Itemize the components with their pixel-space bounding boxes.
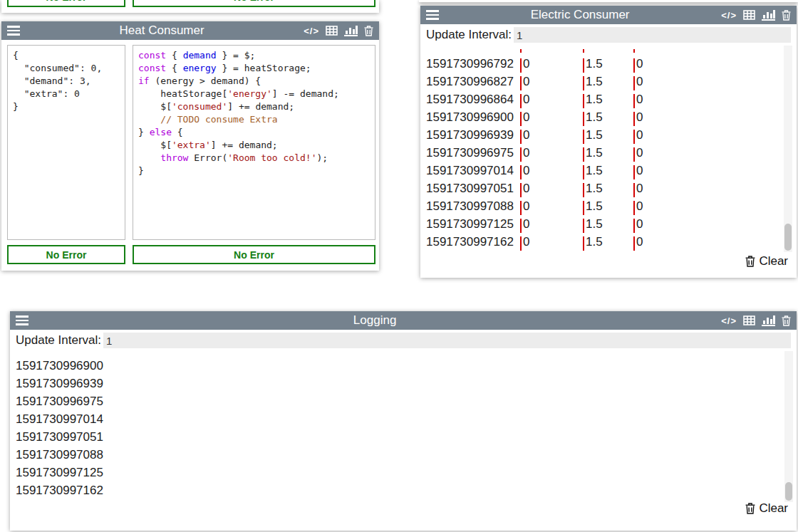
- electric-rows: 159173099679201.50159173099682701.501591…: [420, 46, 797, 252]
- electric-consumer-panel: Electric Consumer </> Update Interval: 1…: [420, 6, 797, 278]
- panel-header: Logging </>: [10, 311, 797, 330]
- list-item: 1591730996939: [10, 375, 797, 392]
- chart-icon[interactable]: [762, 9, 775, 21]
- code-icon[interactable]: </>: [721, 10, 737, 21]
- chart-icon[interactable]: [762, 315, 775, 326]
- table-row: 159173099708801.50: [420, 197, 797, 215]
- scrollbar-thumb[interactable]: [785, 482, 792, 501]
- header-toolbar: </>: [721, 9, 791, 21]
- clear-button[interactable]: Clear: [745, 501, 788, 516]
- update-interval-label: Update Interval:: [16, 333, 101, 348]
- update-interval-input[interactable]: [514, 27, 791, 43]
- cutoff-panel-top-left: No Error No Error: [1, 0, 379, 13]
- heat-state-json[interactable]: { "consumed": 0, "demand": 3, "extra": 0…: [7, 45, 125, 240]
- menu-icon[interactable]: [7, 26, 20, 36]
- status-badge: No Error: [133, 245, 375, 264]
- status-label: No Error: [46, 249, 87, 261]
- panel-header: Electric Consumer </>: [420, 6, 797, 24]
- code-icon[interactable]: </>: [304, 26, 319, 36]
- page-title: Electric Consumer: [445, 8, 715, 22]
- update-interval-input[interactable]: [103, 333, 791, 348]
- status-badge: No Error: [7, 0, 125, 7]
- page-title: Logging: [34, 313, 715, 328]
- menu-icon[interactable]: [426, 10, 439, 20]
- table-row: 159173099697501.50: [420, 144, 797, 162]
- code-icon[interactable]: </>: [721, 315, 737, 326]
- update-interval-label: Update Interval:: [426, 28, 512, 42]
- clear-row: Clear: [10, 499, 797, 518]
- panel-header: Heat Consumer </>: [1, 21, 379, 40]
- table-row: 159173099686401.50: [420, 90, 797, 108]
- list-item: 1591730997162: [10, 481, 797, 499]
- scrollbar-track[interactable]: [784, 351, 793, 502]
- heat-code-editor[interactable]: const { demand } = $;const { energy } = …: [133, 45, 375, 240]
- trash-icon[interactable]: [782, 10, 791, 21]
- logging-rows: 1591730996900159173099693915917309969751…: [10, 351, 797, 499]
- table-row: 159173099693901.50: [420, 126, 797, 144]
- clear-label: Clear: [759, 254, 788, 268]
- table-row: 159173099712501.50: [420, 215, 797, 233]
- cutoff-panel-top-right: [419, 0, 798, 2]
- scrollbar-thumb[interactable]: [784, 224, 792, 251]
- table-icon[interactable]: [743, 10, 755, 20]
- status-label: No Error: [234, 0, 274, 3]
- status-badge: No Error: [7, 245, 125, 264]
- table-row: 159173099682701.50: [420, 73, 797, 90]
- table-row: 159173099705101.50: [420, 179, 797, 197]
- list-item: 1591730997014: [10, 410, 797, 428]
- trash-icon[interactable]: [364, 26, 373, 36]
- update-interval-row: Update Interval:: [426, 27, 791, 43]
- scrollbar-track[interactable]: [784, 46, 792, 252]
- header-toolbar: </>: [721, 315, 791, 326]
- list-item: 1591730997051: [10, 428, 797, 446]
- list-item: 1591730996975: [10, 392, 797, 410]
- clear-button[interactable]: Clear: [745, 254, 788, 268]
- table-row: 159173099679201.50: [420, 55, 797, 73]
- status-label: No Error: [46, 0, 87, 3]
- chart-icon[interactable]: [344, 25, 358, 36]
- update-interval-row: Update Interval:: [16, 333, 791, 348]
- table-icon[interactable]: [326, 26, 338, 36]
- page-title: Heat Consumer: [26, 24, 298, 38]
- heat-consumer-panel: Heat Consumer </> { "consumed": 0, "dema…: [1, 21, 379, 271]
- list-item: 1591730996900: [10, 357, 797, 375]
- logging-panel: Logging </> Update Interval: 15917309969…: [10, 311, 797, 531]
- table-row: 159173099701401.50: [420, 162, 797, 179]
- table-icon[interactable]: [743, 315, 755, 325]
- partial-row-separators: [420, 50, 797, 55]
- status-badge: No Error: [133, 0, 375, 7]
- list-item: 1591730997088: [10, 446, 797, 464]
- menu-icon[interactable]: [16, 315, 28, 325]
- table-row: 159173099716201.50: [420, 233, 797, 251]
- table-row: 159173099690001.50: [420, 108, 797, 126]
- status-label: No Error: [234, 249, 274, 261]
- list-item: 1591730997125: [10, 464, 797, 481]
- trash-icon[interactable]: [782, 315, 791, 326]
- clear-label: Clear: [759, 501, 788, 516]
- clear-row: Clear: [420, 252, 797, 271]
- header-toolbar: </>: [304, 25, 373, 36]
